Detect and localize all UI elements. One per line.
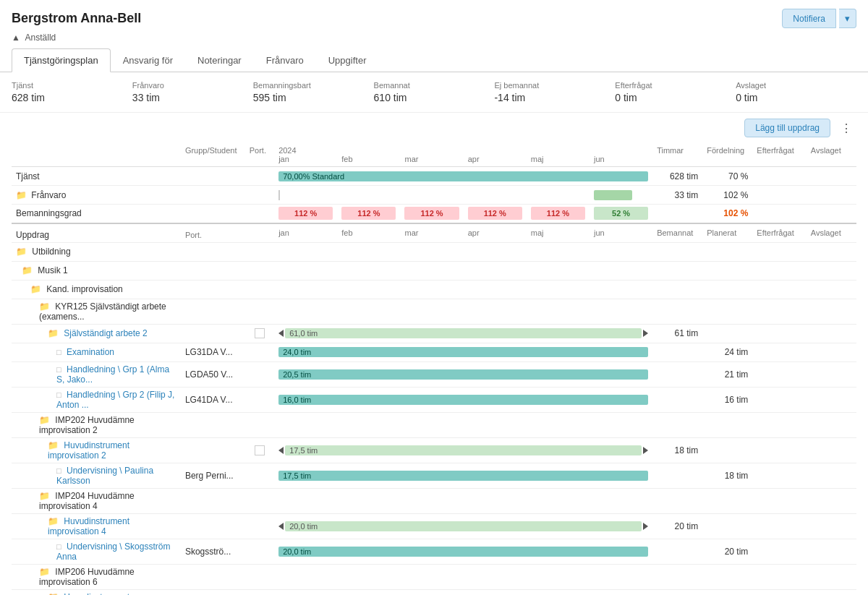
franvaro-name: 📁 Frånvaro <box>12 186 181 205</box>
undervisning-paulina-avslaget <box>807 463 856 488</box>
tjanst-fordelning: 70 % <box>702 167 752 186</box>
grid-toolbar: Lägg till uppdrag ⋮ <box>0 113 868 143</box>
tab-noteringar[interactable]: Noteringar <box>185 48 254 72</box>
tab-tjanstgoringsplan[interactable]: Tjänstgöringsplan <box>12 48 111 72</box>
handledning-grp1-planerat: 21 tim <box>702 361 752 387</box>
stat-avslaget: Avslaget 0 tim <box>736 81 856 103</box>
uppdrag-maj-label: maj <box>527 223 590 243</box>
row-franvaro: 📁 Frånvaro 33 tim 102 % <box>12 186 856 205</box>
handledning-grp1-avslaget <box>807 361 856 387</box>
bemanningsgrad-feb: 112 % <box>337 205 400 223</box>
handledning-grp1-bemannat <box>652 361 702 387</box>
row-huvudinstrument-imp2: 📁 Huvudinstrument improvisation 2 17,5 t… <box>12 437 856 463</box>
tjanst-port <box>245 167 274 186</box>
undervisning-paulina-efterfraqat <box>752 463 806 488</box>
bemanningsgrad-group <box>181 205 245 223</box>
handledning-grp1-efterfraqat <box>752 361 806 387</box>
notifiera-dropdown-button[interactable]: ▾ <box>839 9 856 28</box>
huvud-imp4-avslaget <box>807 513 856 539</box>
uppdrag-port-label: Port. <box>181 223 245 243</box>
imp204-empty <box>181 488 856 513</box>
col-header-port2 <box>245 155 274 167</box>
franvaro-bar-empty <box>274 186 590 205</box>
handledning-grp2-port <box>245 387 274 412</box>
anstald-toggle[interactable]: ▲ Anställd <box>0 31 868 48</box>
col-header-name <box>12 143 181 155</box>
handledning-grp2-planerat: 16 tim <box>702 387 752 412</box>
handledning-grp1-port <box>245 361 274 387</box>
uppdrag-feb-label: feb <box>337 223 400 243</box>
examination-group: LG31DA V... <box>181 343 245 361</box>
stat-bemannat: Bemannat 610 tim <box>374 81 495 103</box>
row-kyr125: 📁 KYR125 Självständigt arbete (examens..… <box>12 299 856 324</box>
handledning-grp2-group: LG41DA V... <box>181 387 245 412</box>
sjalvstandigt-bar-label: 61,0 tim <box>289 329 318 338</box>
tjanst-efterfraqat <box>752 167 806 186</box>
examination-bar-label: 24,0 tim <box>283 348 311 356</box>
handledning-grp2-bemannat <box>652 387 702 412</box>
undervisning-paulina-bar-label: 17,5 tim <box>283 471 311 480</box>
sjalvstandigt-planerat <box>702 324 752 343</box>
huvud-imp6-efterfraqat <box>752 589 806 595</box>
tjanst-name: Tjänst <box>12 167 181 186</box>
stat-ej-bemannat: Ej bemannat -14 tim <box>494 81 615 103</box>
col-header-feb: feb <box>337 155 400 167</box>
row-huvudinstrument-imp4: 📁 Huvudinstrument improvisation 4 20,0 t… <box>12 513 856 539</box>
col-header-avslaget: Avslaget <box>807 143 856 155</box>
col-header-efterfraqat: Efterfrågat <box>752 143 806 155</box>
stat-bemannat-label: Bemannat <box>374 81 495 90</box>
bemanningsgrad-maj: 112 % <box>527 205 590 223</box>
more-options-button[interactable]: ⋮ <box>836 120 856 137</box>
col-header-efterfraqat2 <box>752 155 806 167</box>
schedule-grid: Grupp/Student Port. 2024 Timmar Fördelni… <box>12 143 856 595</box>
row-utbildning: 📁 Utbildning <box>12 242 856 261</box>
bemanningsgrad-timmar <box>652 205 702 223</box>
utbildning-empty <box>181 242 856 261</box>
stat-bemanningsbart-label: Bemanningsbart <box>253 81 374 90</box>
col-header-jan: jan <box>274 155 337 167</box>
handledning-grp1-bar-cell: 20,5 tim <box>274 361 652 387</box>
anstald-label: Anställd <box>25 33 56 43</box>
row-kand-improvisation: 📁 Kand. improvisation <box>12 280 856 299</box>
undervisning-skogsstrom-port <box>245 539 274 564</box>
tab-ansvarig-for[interactable]: Ansvarig för <box>111 48 185 72</box>
undervisning-skogsstrom-bemannat <box>652 539 702 564</box>
sjalvstandigt-bemannat: 61 tim <box>652 324 702 343</box>
col-header-fordelning2 <box>702 155 752 167</box>
col-header-group: Grupp/Student <box>181 143 245 155</box>
bemanningsgrad-apr: 112 % <box>464 205 527 223</box>
handledning-grp1-group: LGDA50 V... <box>181 361 245 387</box>
undervisning-paulina-group: Berg Perni... <box>181 463 245 488</box>
undervisning-skogsstrom-avslaget <box>807 539 856 564</box>
lagg-till-uppdrag-button[interactable]: Lägg till uppdrag <box>744 119 830 137</box>
stat-avslaget-value: 0 tim <box>736 92 856 103</box>
huvud-imp2-planerat <box>702 437 752 463</box>
huvud-imp2-bemannat: 18 tim <box>652 437 702 463</box>
undervisning-skogsstrom-efterfraqat <box>752 539 806 564</box>
examination-port <box>245 343 274 361</box>
bemanningsgrad-jun: 52 % <box>590 205 652 223</box>
examination-bemannat <box>652 343 702 361</box>
franvaro-efterfraqat <box>752 186 806 205</box>
handledning-grp2-bar-label: 16,0 tim <box>283 395 311 404</box>
kyr125-name: 📁 KYR125 Självständigt arbete (examens..… <box>12 299 181 324</box>
stat-franvaro-value: 33 tim <box>132 92 253 103</box>
huvud-imp4-port <box>245 513 274 539</box>
huvud-imp2-port <box>245 437 274 463</box>
notifiera-button[interactable]: Notifiera <box>782 9 836 28</box>
stat-tjanst: Tjänst 628 tim <box>12 81 132 103</box>
col-header-port: Port. <box>245 143 274 155</box>
kand-empty <box>181 280 856 299</box>
handledning-grp1-name: □ Handledning \ Grp 1 (Alma S, Jako... <box>12 361 181 387</box>
undervisning-skogsstrom-name: □ Undervisning \ Skogsström Anna <box>12 539 181 564</box>
stat-tjanst-label: Tjänst <box>12 81 132 90</box>
sjalvstandigt-bar-cell: 61,0 tim <box>274 324 652 343</box>
tab-uppgifter[interactable]: Uppgifter <box>316 48 379 72</box>
huvud-imp6-bar-cell: 40,0 tim <box>274 589 652 595</box>
huvud-imp4-bemannat: 20 tim <box>652 513 702 539</box>
imp204-name: 📁 IMP204 Huvudämne improvisation 4 <box>12 488 181 513</box>
musik1-empty <box>181 261 856 280</box>
uppdrag-empty <box>245 223 274 243</box>
bemanningsgrad-total: 102 % <box>702 205 752 223</box>
tab-franvaro[interactable]: Frånvaro <box>254 48 316 72</box>
